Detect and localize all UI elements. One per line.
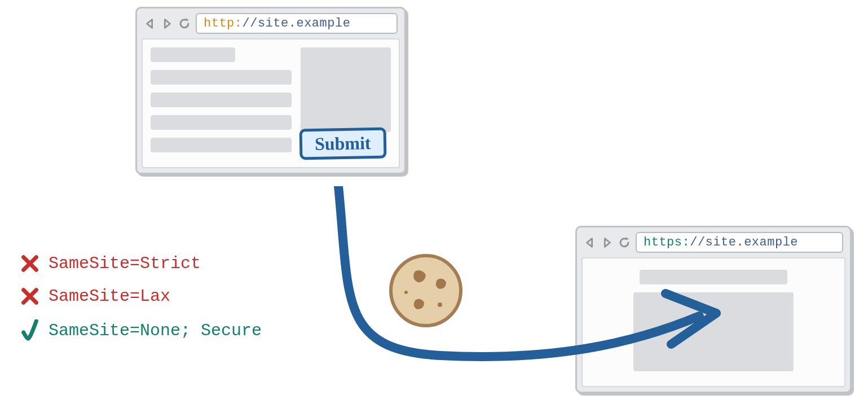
- reload-icon: [618, 236, 631, 249]
- browser-target-toolbar: https://site.example: [577, 227, 850, 257]
- forward-icon: [161, 17, 173, 30]
- url-protocol: http:: [204, 16, 243, 30]
- reload-icon: [178, 17, 191, 30]
- browser-source: http://site.example Submit: [135, 7, 406, 174]
- svg-point-0: [391, 256, 461, 326]
- check-icon: [19, 319, 41, 342]
- placeholder-image: [633, 292, 793, 371]
- url-rest: //site.example: [243, 16, 351, 30]
- rule-lax: SameSite=Lax: [19, 287, 262, 306]
- placeholder-image: [301, 47, 391, 132]
- back-icon: [584, 236, 596, 249]
- url-bar-source: http://site.example: [196, 13, 398, 34]
- forward-icon: [601, 236, 613, 249]
- browser-source-body: Submit: [142, 38, 400, 168]
- placeholder-line: [151, 138, 292, 152]
- rule-label: SameSite=Strict: [49, 254, 201, 273]
- placeholder-line: [151, 70, 292, 85]
- browser-target: https://site.example: [575, 226, 852, 393]
- placeholder-title: [640, 270, 787, 284]
- url-bar-target: https://site.example: [636, 232, 843, 253]
- svg-point-1: [438, 302, 442, 307]
- rule-label: SameSite=Lax: [49, 287, 170, 306]
- browser-target-body: [581, 257, 845, 387]
- cross-icon: [19, 254, 41, 273]
- submit-button[interactable]: Submit: [299, 128, 387, 160]
- content-placeholder: [591, 266, 836, 371]
- svg-point-2: [404, 291, 408, 294]
- samesite-rules-list: SameSite=Strict SameSite=Lax SameSite=No…: [19, 254, 262, 342]
- placeholder-line: [151, 115, 292, 130]
- cookie-icon: [384, 248, 468, 333]
- rule-label: SameSite=None; Secure: [49, 321, 262, 340]
- url-protocol: https:: [644, 235, 690, 249]
- url-rest: //site.example: [690, 235, 798, 249]
- cross-icon: [19, 287, 41, 306]
- rule-strict: SameSite=Strict: [19, 254, 262, 273]
- placeholder-line: [151, 47, 235, 62]
- placeholder-line: [151, 93, 292, 107]
- rule-none-secure: SameSite=None; Secure: [19, 319, 262, 342]
- back-icon: [144, 17, 156, 30]
- browser-source-toolbar: http://site.example: [137, 8, 404, 38]
